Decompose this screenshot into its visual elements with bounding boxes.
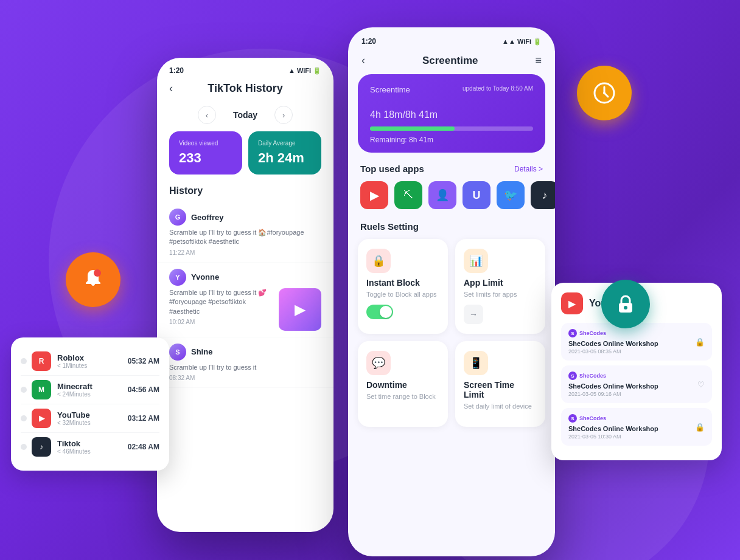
screen-time-name: Screen Time Limit bbox=[464, 380, 537, 399]
yt-badge-dot: S bbox=[568, 372, 577, 380]
yt-lock-icon-2: 🔒 bbox=[695, 423, 705, 432]
screen-time-limit-card[interactable]: 📱 Screen Time Limit Set daily limit of d… bbox=[455, 341, 545, 426]
status-icons: ▲▲ WiFi 🔋 bbox=[502, 38, 542, 46]
yt-logo: ▶ bbox=[561, 292, 583, 314]
top-apps-title: Top used apps bbox=[360, 164, 424, 174]
prev-arrow[interactable]: ‹ bbox=[198, 106, 216, 124]
app-icon-minecraft[interactable]: ⛏ bbox=[394, 181, 422, 209]
youtube-name: YouTube bbox=[57, 410, 128, 420]
yt-workshop: SheCodes Online Workshop bbox=[568, 425, 658, 432]
yt-badge: S SheCodes bbox=[568, 414, 658, 423]
svg-point-2 bbox=[603, 92, 606, 94]
yt-badge: S SheCodes bbox=[568, 372, 658, 380]
phone1-back-button[interactable]: ‹ bbox=[169, 82, 173, 95]
clock-badge bbox=[577, 66, 632, 120]
youtube-time: 03:12 AM bbox=[128, 414, 159, 423]
screentime-card: Screentime updated to Today 8:50 AM 4h 1… bbox=[358, 74, 545, 153]
stats-row: Videos viewed 233 Daily Average 2h 24m bbox=[157, 131, 333, 183]
screen-time-icon: 📱 bbox=[469, 356, 483, 370]
phone1-title: TikTok History bbox=[208, 82, 282, 95]
bell-icon bbox=[81, 268, 105, 292]
history-item: Y Yvonne Scramble up I'll try to guess i… bbox=[157, 263, 333, 337]
sc-progress-bar bbox=[370, 126, 533, 131]
videos-stat: Videos viewed 233 bbox=[169, 131, 242, 175]
roblox-time: 05:32 AM bbox=[128, 357, 159, 365]
app-limit-arrow[interactable]: → bbox=[464, 305, 483, 324]
usage-dot bbox=[21, 387, 27, 393]
minecraft-icon: M bbox=[32, 380, 51, 399]
svg-point-4 bbox=[624, 306, 627, 309]
youtube-sub: < 32Minutes bbox=[57, 420, 128, 426]
videos-label: Videos viewed bbox=[179, 140, 232, 147]
sc-time: 4h 18m/8h 41m bbox=[370, 99, 533, 123]
history-time: 10:02 AM bbox=[169, 319, 274, 325]
yt-workshop: SheCodes Online Workshop bbox=[568, 340, 658, 347]
phone1-time: 1:20 bbox=[169, 66, 184, 75]
app-icon-tiktok[interactable]: ♪ bbox=[531, 181, 555, 209]
app-limit-card[interactable]: 📊 App Limit Set limits for apps → bbox=[455, 239, 545, 334]
yt-date: 2021-03-05 09:16 AM bbox=[568, 391, 658, 397]
nav-today: Today bbox=[223, 110, 267, 120]
yt-heart-icon: ♡ bbox=[697, 380, 705, 389]
next-arrow[interactable]: › bbox=[274, 106, 293, 124]
yt-item: S SheCodes SheCodes Online Workshop 2021… bbox=[561, 408, 712, 446]
roblox-sub: < 1Minutes bbox=[57, 362, 128, 369]
phone2-menu-button[interactable]: ≡ bbox=[535, 54, 542, 67]
user-avatar: S bbox=[169, 344, 186, 361]
status-icons: ▲ WiFi 🔋 bbox=[288, 67, 321, 75]
instant-block-desc: Toggle to Block all apps bbox=[366, 290, 439, 299]
downtime-card[interactable]: 💬 Downtime Set time range to Block bbox=[358, 341, 448, 426]
downtime-desc: Set time range to Block bbox=[366, 392, 439, 401]
history-time: 08:32 AM bbox=[169, 375, 321, 381]
downtime-icon: 💬 bbox=[372, 356, 385, 370]
app-icon-ghost[interactable]: 👤 bbox=[428, 181, 456, 209]
downtime-name: Downtime bbox=[366, 380, 439, 390]
history-text: Scramble up I'll try to guess it 🏠#foryo… bbox=[169, 228, 321, 247]
phone1-tiktok: 1:20 ▲ WiFi 🔋 ‹ TikTok History ‹ Today ›… bbox=[157, 58, 333, 532]
clock-icon bbox=[591, 80, 618, 106]
history-user: G Geoffrey bbox=[169, 209, 321, 226]
instant-block-icon: 🔒 bbox=[372, 254, 385, 268]
phone2-back-button[interactable]: ‹ bbox=[361, 54, 365, 67]
app-limit-icon-wrap: 📊 bbox=[464, 249, 488, 273]
sc-remaining: Remaining: 8h 41m bbox=[370, 136, 533, 144]
app-limit-desc: Set limits for apps bbox=[464, 290, 537, 299]
yt-badge: S SheCodes bbox=[568, 329, 658, 337]
instant-block-name: Instant Block bbox=[366, 278, 439, 288]
phone2-status: 1:20 ▲▲ WiFi 🔋 bbox=[348, 27, 555, 50]
user-avatar: Y bbox=[169, 269, 186, 286]
sc-label: Screentime bbox=[370, 85, 410, 94]
history-text: Scramble up I'll try to guess it bbox=[169, 363, 321, 372]
usage-row: R Roblox < 1Minutes 05:32 AM bbox=[21, 347, 159, 376]
yt-lock-icon: 🔒 bbox=[695, 337, 705, 347]
history-time: 11:22 AM bbox=[169, 249, 321, 256]
top-apps-details-link[interactable]: Details > bbox=[514, 165, 543, 173]
yt-workshop: SheCodes Online Workshop bbox=[568, 382, 658, 390]
app-limit-name: App Limit bbox=[464, 278, 537, 288]
usage-dot bbox=[21, 358, 27, 364]
user-name: Geoffrey bbox=[191, 213, 223, 222]
yt-date: 2021-03-05 08:35 AM bbox=[568, 348, 658, 354]
instant-block-card[interactable]: 🔒 Instant Block Toggle to Block all apps bbox=[358, 239, 448, 334]
instant-block-toggle[interactable] bbox=[366, 305, 393, 319]
app-icon-twitter[interactable]: 🐦 bbox=[497, 181, 525, 209]
bell-badge bbox=[66, 252, 120, 307]
usage-dot bbox=[21, 444, 27, 450]
phone2-time: 1:20 bbox=[361, 37, 376, 46]
screen-time-desc: Set daily limit of device bbox=[464, 402, 537, 410]
history-item-with-img: Scramble up I'll try to guess it 💕 #fory… bbox=[169, 288, 321, 331]
minecraft-time: 04:56 AM bbox=[128, 385, 159, 394]
roblox-icon: R bbox=[32, 351, 51, 371]
phone2-title: Screentime bbox=[422, 55, 478, 67]
yt-item-left: S SheCodes SheCodes Online Workshop 2021… bbox=[568, 329, 658, 354]
user-name: Yvonne bbox=[191, 272, 219, 282]
app-icon-youtube[interactable]: ▶ bbox=[360, 181, 388, 209]
rules-title: Ruels Setting bbox=[348, 219, 555, 239]
phone1-status: 1:20 ▲ WiFi 🔋 bbox=[157, 58, 333, 78]
youtube-icon: ▶ bbox=[32, 409, 51, 428]
app-icons-row: ▶ ⛏ 👤 U 🐦 ♪ 🌿 bbox=[348, 181, 555, 219]
yt-date: 2021-03-05 10:30 AM bbox=[568, 434, 658, 440]
app-icon-u[interactable]: U bbox=[462, 181, 490, 209]
yt-badge-dot: S bbox=[568, 414, 577, 423]
history-user: S Shine bbox=[169, 344, 321, 361]
